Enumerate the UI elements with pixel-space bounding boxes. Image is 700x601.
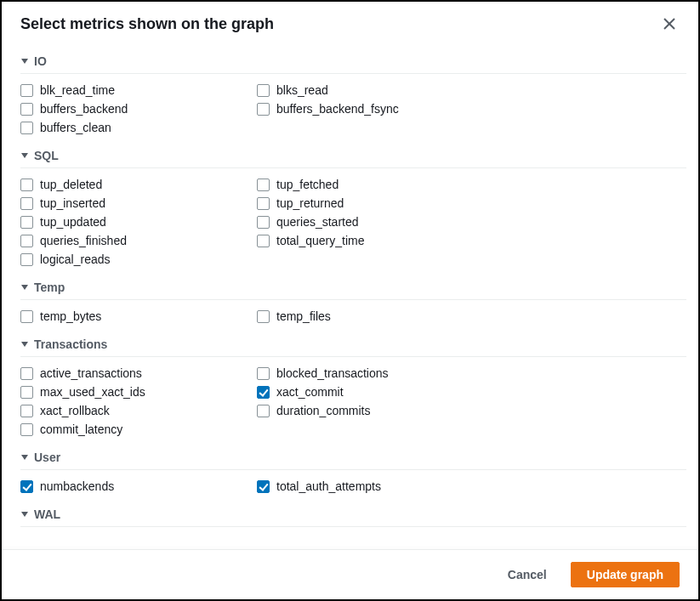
metric-option-xact-commit[interactable]: xact_commit bbox=[257, 383, 686, 401]
metric-checkbox-blk-read-time[interactable] bbox=[20, 84, 33, 97]
metric-label: xact_rollback bbox=[40, 404, 110, 417]
caret-down-icon bbox=[20, 340, 29, 349]
section-grid-temp: temp_bytestemp_files bbox=[20, 300, 686, 329]
metric-checkbox-tup-updated[interactable] bbox=[20, 216, 33, 229]
metric-label: total_auth_attempts bbox=[276, 479, 381, 493]
metric-label: duration_commits bbox=[276, 404, 371, 417]
dialog-title: Select metrics shown on the graph bbox=[20, 15, 274, 33]
metric-label: tup_updated bbox=[40, 215, 106, 229]
metric-checkbox-buffers-clean[interactable] bbox=[20, 122, 33, 134]
metric-checkbox-logical-reads[interactable] bbox=[20, 253, 33, 266]
close-button[interactable] bbox=[659, 14, 680, 34]
metric-checkbox-tup-returned[interactable] bbox=[257, 197, 270, 210]
metric-label: numbackends bbox=[40, 479, 114, 493]
metric-option-tup-inserted[interactable]: tup_inserted bbox=[20, 194, 257, 213]
metric-option-tup-updated[interactable]: tup_updated bbox=[20, 213, 257, 231]
metric-option-queries-finished[interactable]: queries_finished bbox=[20, 231, 257, 250]
section-header-temp[interactable]: Temp bbox=[20, 272, 686, 300]
metric-option-temp-bytes[interactable]: temp_bytes bbox=[20, 307, 257, 326]
metric-option-buffers-backend[interactable]: buffers_backend bbox=[20, 99, 257, 118]
metric-option-temp-files[interactable]: temp_files bbox=[257, 307, 686, 326]
section-header-transactions[interactable]: Transactions bbox=[20, 329, 686, 357]
metric-option-numbackends[interactable]: numbackends bbox=[20, 477, 257, 496]
metric-option-active-transactions[interactable]: active_transactions bbox=[20, 364, 257, 383]
metric-option-total-auth-attempts[interactable]: total_auth_attempts bbox=[257, 477, 686, 496]
caret-down-icon bbox=[20, 510, 29, 519]
metric-checkbox-buffers-backend-fsync[interactable] bbox=[257, 103, 270, 116]
metric-label: queries_finished bbox=[40, 234, 127, 247]
metric-checkbox-total-query-time[interactable] bbox=[257, 235, 270, 247]
section-grid-transactions: active_transactionsblocked_transactionsm… bbox=[20, 357, 686, 442]
metric-checkbox-queries-finished[interactable] bbox=[20, 235, 33, 247]
metric-checkbox-commit-latency[interactable] bbox=[20, 423, 33, 436]
section-title: IO bbox=[34, 54, 47, 68]
metric-label: temp_bytes bbox=[40, 309, 101, 323]
metric-label: buffers_backend_fsync bbox=[276, 102, 399, 116]
metric-option-total-query-time[interactable]: total_query_time bbox=[257, 231, 686, 250]
metric-label: temp_files bbox=[276, 309, 331, 323]
metric-label: blks_read bbox=[276, 83, 328, 97]
cancel-button[interactable]: Cancel bbox=[492, 562, 562, 587]
svg-marker-7 bbox=[21, 512, 28, 517]
metric-option-max-used-xact-ids[interactable]: max_used_xact_ids bbox=[20, 383, 257, 401]
metric-checkbox-numbackends[interactable] bbox=[20, 480, 33, 493]
svg-marker-6 bbox=[21, 455, 28, 460]
metric-option-buffers-clean[interactable]: buffers_clean bbox=[20, 118, 257, 137]
section-header-io[interactable]: IO bbox=[20, 46, 686, 74]
metric-label: buffers_backend bbox=[40, 102, 128, 116]
metric-option-buffers-backend-fsync[interactable]: buffers_backend_fsync bbox=[257, 99, 686, 118]
metric-checkbox-active-transactions[interactable] bbox=[20, 367, 33, 380]
metric-option-duration-commits[interactable]: duration_commits bbox=[257, 401, 686, 420]
caret-down-icon bbox=[20, 453, 29, 462]
metric-option-blks-read[interactable]: blks_read bbox=[257, 81, 686, 99]
metric-option-queries-started[interactable]: queries_started bbox=[257, 213, 686, 231]
metric-label: queries_started bbox=[276, 215, 359, 229]
metric-label: tup_returned bbox=[276, 196, 344, 210]
metric-checkbox-blks-read[interactable] bbox=[257, 84, 270, 97]
metric-option-blk-read-time[interactable]: blk_read_time bbox=[20, 81, 257, 99]
metric-checkbox-max-used-xact-ids[interactable] bbox=[20, 386, 33, 399]
metric-label: max_used_xact_ids bbox=[40, 385, 145, 399]
metric-option-blocked-transactions[interactable]: blocked_transactions bbox=[257, 364, 686, 383]
metric-option-tup-fetched[interactable]: tup_fetched bbox=[257, 175, 686, 194]
metric-option-tup-deleted[interactable]: tup_deleted bbox=[20, 175, 257, 194]
metric-checkbox-blocked-transactions[interactable] bbox=[257, 367, 270, 380]
metric-checkbox-temp-files[interactable] bbox=[257, 310, 270, 323]
metric-checkbox-xact-rollback[interactable] bbox=[20, 405, 33, 417]
metric-label: buffers_clean bbox=[40, 121, 111, 134]
section-header-wal[interactable]: WAL bbox=[20, 499, 686, 527]
metric-checkbox-queries-started[interactable] bbox=[257, 216, 270, 229]
section-title: Temp bbox=[34, 281, 65, 294]
caret-down-icon bbox=[20, 151, 29, 160]
metric-label: blk_read_time bbox=[40, 83, 115, 97]
metric-checkbox-total-auth-attempts[interactable] bbox=[257, 480, 270, 493]
metric-label: tup_inserted bbox=[40, 196, 105, 210]
dialog-body-scroll[interactable]: IOblk_read_timeblks_readbuffers_backendb… bbox=[2, 41, 698, 549]
section-grid-io: blk_read_timeblks_readbuffers_backendbuf… bbox=[20, 74, 686, 140]
section-title: Transactions bbox=[34, 337, 107, 351]
section-title: SQL bbox=[34, 149, 59, 162]
svg-marker-2 bbox=[21, 59, 28, 64]
section-title: WAL bbox=[34, 507, 60, 521]
update-graph-button[interactable]: Update graph bbox=[571, 562, 680, 587]
metric-option-xact-rollback[interactable]: xact_rollback bbox=[20, 401, 257, 420]
svg-marker-4 bbox=[21, 285, 28, 290]
metric-checkbox-duration-commits[interactable] bbox=[257, 405, 270, 417]
metric-checkbox-temp-bytes[interactable] bbox=[20, 310, 33, 323]
metric-checkbox-tup-deleted[interactable] bbox=[20, 179, 33, 191]
caret-down-icon bbox=[20, 283, 29, 292]
section-header-user[interactable]: User bbox=[20, 442, 686, 470]
metric-label: tup_fetched bbox=[276, 178, 339, 191]
metric-label: total_query_time bbox=[276, 234, 365, 247]
metric-checkbox-buffers-backend[interactable] bbox=[20, 103, 33, 116]
metric-checkbox-tup-fetched[interactable] bbox=[257, 179, 270, 191]
svg-marker-5 bbox=[21, 342, 28, 347]
metric-checkbox-tup-inserted[interactable] bbox=[20, 197, 33, 210]
dialog-header: Select metrics shown on the graph bbox=[2, 2, 698, 41]
metric-option-tup-returned[interactable]: tup_returned bbox=[257, 194, 686, 213]
metric-option-logical-reads[interactable]: logical_reads bbox=[20, 250, 257, 269]
section-grid-sql: tup_deletedtup_fetchedtup_insertedtup_re… bbox=[20, 168, 686, 272]
section-header-sql[interactable]: SQL bbox=[20, 140, 686, 168]
metric-checkbox-xact-commit[interactable] bbox=[257, 386, 270, 399]
metric-option-commit-latency[interactable]: commit_latency bbox=[20, 420, 257, 439]
